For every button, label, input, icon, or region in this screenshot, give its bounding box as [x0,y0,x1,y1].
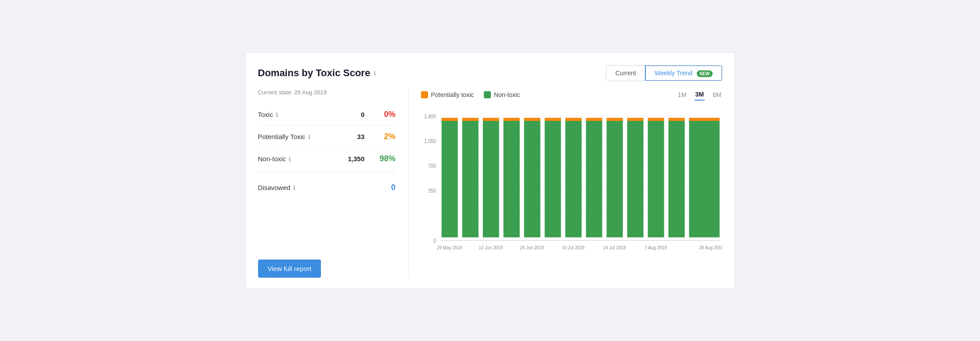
svg-rect-13 [462,118,478,121]
svg-text:700: 700 [428,163,436,169]
metric-row-potentially-toxic: Potentially Toxic ℹ 33 2% [258,126,396,148]
left-panel: Current state: 28 Aug 2019 Toxic ℹ 0 0% [258,89,409,278]
disavowed-info-icon[interactable]: ℹ [293,184,295,191]
svg-rect-12 [462,121,478,237]
svg-text:350: 350 [428,188,436,194]
svg-text:24 Jul 2019: 24 Jul 2019 [603,245,625,251]
svg-rect-29 [627,118,643,121]
svg-rect-17 [503,118,520,121]
svg-rect-32 [668,121,685,237]
nontoxic-info-icon[interactable]: ℹ [289,155,291,163]
svg-rect-14 [482,121,499,237]
toxic-info-icon[interactable]: ℹ [276,111,278,118]
legend-swatch-orange [421,91,428,98]
svg-rect-25 [586,118,602,121]
svg-rect-19 [524,118,540,121]
metric-row-nontoxic: Non-toxic ℹ 1,350 98% [258,148,396,170]
svg-rect-27 [606,118,623,121]
nontoxic-count: 1,350 [348,155,365,163]
potentially-toxic-count: 33 [357,133,365,140]
time-filter-1m[interactable]: 1M [677,89,687,100]
potentially-toxic-label: Potentially Toxic [258,133,305,140]
legend-swatch-green [484,91,491,98]
bar-chart: 1,400 1,050 700 350 0 [421,108,722,276]
svg-rect-30 [648,121,664,237]
svg-rect-24 [586,121,602,237]
svg-text:28 Aug 2019: 28 Aug 2019 [699,245,722,251]
disavowed-row: Disavowed ℹ 0 [258,178,396,200]
tab-group: Current Weekly Trend NEW [606,65,722,81]
legend: Potentially toxic Non-toxic [421,91,520,98]
svg-rect-33 [668,118,685,121]
svg-rect-36 [703,121,719,237]
bar-orange-1 [441,118,458,121]
svg-text:26 Jun 2019: 26 Jun 2019 [520,245,544,251]
legend-potentially-toxic-label: Potentially toxic [431,91,474,98]
current-state-label: Current state: 28 Aug 2019 [258,89,396,96]
potentially-toxic-info-icon[interactable]: ℹ [308,133,310,140]
svg-text:10 Jul 2019: 10 Jul 2019 [562,245,584,251]
time-filter-6m[interactable]: 6M [712,89,722,100]
divider [258,172,396,172]
svg-rect-28 [627,121,643,237]
chart-area: 1,400 1,050 700 350 0 [421,108,722,278]
svg-text:29 May 2019: 29 May 2019 [437,245,462,251]
legend-potentially-toxic: Potentially toxic [421,91,474,98]
svg-rect-16 [503,121,520,237]
svg-rect-23 [565,118,582,121]
tab-weekly-trend[interactable]: Weekly Trend NEW [645,65,722,81]
svg-rect-20 [544,121,561,237]
svg-text:12 Jun 2019: 12 Jun 2019 [478,245,502,251]
legend-nontoxic: Non-toxic [484,91,520,98]
svg-rect-34 [689,121,705,237]
nontoxic-label: Non-toxic [258,155,286,163]
legend-time-row: Potentially toxic Non-toxic 1M 3M 6M [421,89,722,101]
card-title: Domains by Toxic Score [258,67,370,79]
svg-text:7 Aug 2019: 7 Aug 2019 [644,245,667,251]
nontoxic-pct: 98% [373,154,396,163]
svg-text:1,400: 1,400 [424,113,436,119]
title-info-icon[interactable]: ℹ [374,70,376,77]
disavowed-value: 0 [373,183,396,192]
view-full-report-button[interactable]: View full report [258,260,321,278]
time-filters: 1M 3M 6M [677,89,722,101]
toxic-pct: 0% [373,110,396,119]
content-row: Current state: 28 Aug 2019 Toxic ℹ 0 0% [258,89,722,278]
tab-current[interactable]: Current [606,66,645,81]
disavowed-label: Disavowed [258,184,290,191]
svg-rect-18 [524,121,540,237]
svg-rect-15 [482,118,499,121]
svg-rect-26 [606,121,623,237]
svg-rect-35 [689,118,705,121]
legend-nontoxic-label: Non-toxic [494,91,520,98]
potentially-toxic-pct: 2% [373,132,396,141]
svg-rect-31 [648,118,664,121]
svg-text:1,050: 1,050 [424,138,436,144]
metric-row-toxic: Toxic ℹ 0 0% [258,104,396,126]
svg-rect-22 [565,121,582,237]
svg-text:0: 0 [433,238,436,244]
right-panel: Potentially toxic Non-toxic 1M 3M 6M [409,89,722,278]
svg-rect-37 [703,118,719,121]
new-badge: NEW [697,70,712,77]
top-row: Domains by Toxic Score ℹ Current Weekly … [258,65,722,81]
bar-green-1 [441,121,458,237]
toxic-count: 0 [361,111,364,118]
svg-rect-21 [544,118,561,121]
title-area: Domains by Toxic Score ℹ [258,67,376,79]
toxic-label: Toxic [258,111,273,118]
time-filter-3m[interactable]: 3M [694,89,705,101]
main-card: Domains by Toxic Score ℹ Current Weekly … [245,52,735,289]
